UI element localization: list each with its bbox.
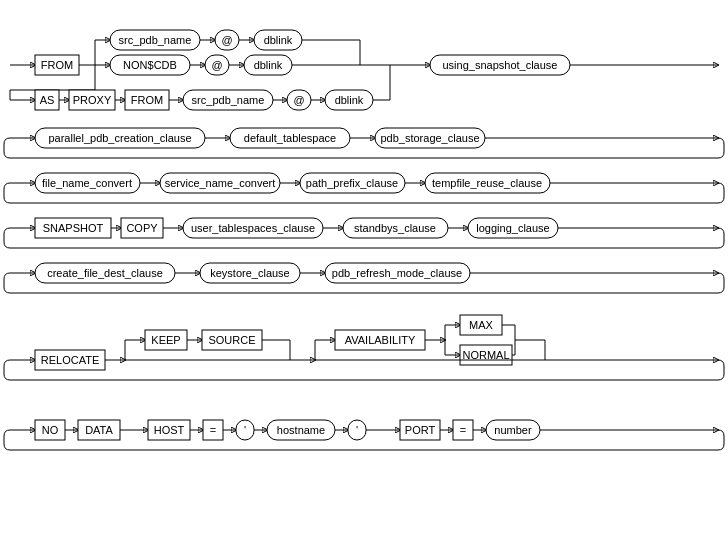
quote-close-label: '	[356, 424, 358, 436]
logging-label: logging_clause	[476, 222, 549, 234]
file-name-convert-label: file_name_convert	[42, 177, 132, 189]
tempfile-reuse-label: tempfile_reuse_clause	[432, 177, 542, 189]
relocate-label: RELOCATE	[41, 354, 99, 366]
src-pdb-name-lower-label: src_pdb_name	[192, 94, 265, 106]
path-prefix-label: path_prefix_clause	[306, 177, 398, 189]
at-lower-label: @	[293, 94, 304, 106]
hostname-label: hostname	[277, 424, 325, 436]
keystore-label: keystore_clause	[210, 267, 290, 279]
service-name-convert-label: service_name_convert	[165, 177, 276, 189]
pdb-refresh-mode-label: pdb_refresh_mode_clause	[332, 267, 462, 279]
user-tablespaces-label: user_tablespaces_clause	[191, 222, 315, 234]
standbys-label: standbys_clause	[354, 222, 436, 234]
no-label: NO	[42, 424, 59, 436]
at-upper-label: @	[221, 34, 232, 46]
dblink-upper-label: dblink	[264, 34, 293, 46]
dblink-mid-label: dblink	[254, 59, 283, 71]
normal-label: NORMAL	[462, 349, 509, 361]
data-label: DATA	[85, 424, 113, 436]
dblink-lower-label: dblink	[335, 94, 364, 106]
default-tablespace-label: default_tablespace	[244, 132, 336, 144]
quote-open-label: '	[244, 424, 246, 436]
at-mid-label: @	[211, 59, 222, 71]
copy-label: COPY	[126, 222, 158, 234]
eq-label: =	[210, 424, 216, 436]
pdb-storage-label: pdb_storage_clause	[380, 132, 479, 144]
keep-label: KEEP	[151, 334, 180, 346]
from-lower-label: FROM	[131, 94, 163, 106]
create-file-dest-label: create_file_dest_clause	[47, 267, 163, 279]
max-label: MAX	[469, 319, 494, 331]
nonsdb-label: NON$CDB	[123, 59, 177, 71]
railroad-diagram: FROM src_pdb_name @ dblink NON$CDB @ dbl…	[0, 0, 728, 551]
availability-label: AVAILABILITY	[345, 334, 416, 346]
using-snapshot-label: using_snapshot_clause	[443, 59, 558, 71]
host-label: HOST	[154, 424, 185, 436]
eq2-label: =	[460, 424, 466, 436]
proxy-label: PROXY	[73, 94, 112, 106]
src-pdb-name-upper-label: src_pdb_name	[119, 34, 192, 46]
source-label: SOURCE	[208, 334, 255, 346]
as-label: AS	[40, 94, 55, 106]
number-label: number	[494, 424, 532, 436]
port-label: PORT	[405, 424, 436, 436]
from-label: FROM	[41, 59, 73, 71]
snapshot-label: SNAPSHOT	[43, 222, 104, 234]
parallel-pdb-creation-label: parallel_pdb_creation_clause	[48, 132, 191, 144]
